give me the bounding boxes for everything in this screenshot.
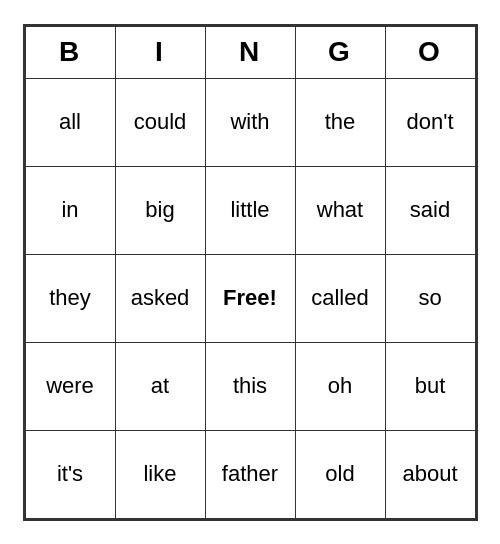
bingo-cell-r2-c1: asked bbox=[115, 254, 205, 342]
bingo-row-2: theyaskedFree!calledso bbox=[25, 254, 475, 342]
bingo-cell-r4-c1: like bbox=[115, 430, 205, 518]
bingo-cell-r4-c2: father bbox=[205, 430, 295, 518]
bingo-cell-r1-c4: said bbox=[385, 166, 475, 254]
bingo-cell-r0-c0: all bbox=[25, 78, 115, 166]
bingo-row-3: wereatthisohbut bbox=[25, 342, 475, 430]
bingo-row-4: it'slikefatheroldabout bbox=[25, 430, 475, 518]
bingo-cell-r0-c2: with bbox=[205, 78, 295, 166]
header-cell-i: I bbox=[115, 26, 205, 78]
bingo-cell-r0-c4: don't bbox=[385, 78, 475, 166]
bingo-row-1: inbiglittlewhatsaid bbox=[25, 166, 475, 254]
header-cell-n: N bbox=[205, 26, 295, 78]
bingo-cell-r2-c4: so bbox=[385, 254, 475, 342]
header-row: BINGO bbox=[25, 26, 475, 78]
bingo-cell-r1-c2: little bbox=[205, 166, 295, 254]
bingo-cell-r4-c0: it's bbox=[25, 430, 115, 518]
bingo-cell-r2-c2: Free! bbox=[205, 254, 295, 342]
bingo-cell-r4-c3: old bbox=[295, 430, 385, 518]
bingo-cell-r3-c1: at bbox=[115, 342, 205, 430]
bingo-row-0: allcouldwiththedon't bbox=[25, 78, 475, 166]
bingo-cell-r1-c0: in bbox=[25, 166, 115, 254]
bingo-cell-r0-c3: the bbox=[295, 78, 385, 166]
bingo-cell-r3-c0: were bbox=[25, 342, 115, 430]
bingo-cell-r1-c1: big bbox=[115, 166, 205, 254]
bingo-cell-r3-c2: this bbox=[205, 342, 295, 430]
header-cell-b: B bbox=[25, 26, 115, 78]
bingo-cell-r3-c4: but bbox=[385, 342, 475, 430]
bingo-cell-r3-c3: oh bbox=[295, 342, 385, 430]
bingo-cell-r1-c3: what bbox=[295, 166, 385, 254]
bingo-cell-r2-c3: called bbox=[295, 254, 385, 342]
header-cell-o: O bbox=[385, 26, 475, 78]
bingo-cell-r4-c4: about bbox=[385, 430, 475, 518]
bingo-card: BINGO allcouldwiththedon'tinbiglittlewha… bbox=[23, 24, 478, 521]
bingo-cell-r2-c0: they bbox=[25, 254, 115, 342]
header-cell-g: G bbox=[295, 26, 385, 78]
bingo-table: BINGO allcouldwiththedon'tinbiglittlewha… bbox=[25, 26, 476, 519]
bingo-cell-r0-c1: could bbox=[115, 78, 205, 166]
